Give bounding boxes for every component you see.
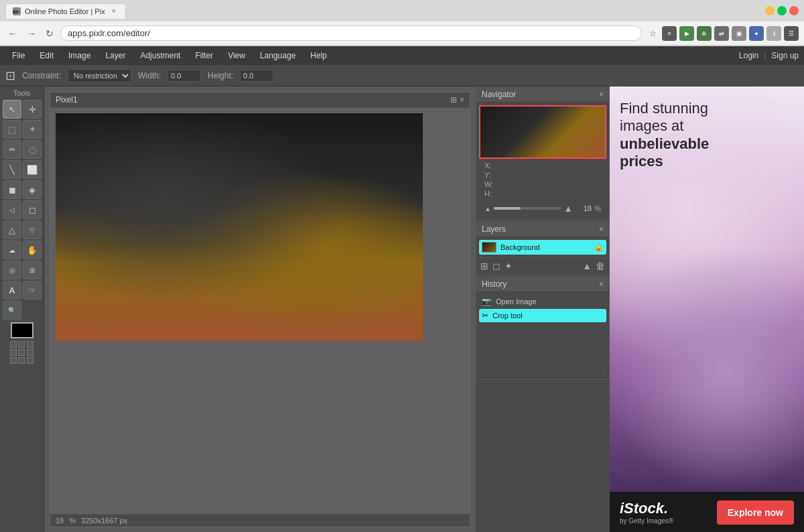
layer-merge-button[interactable]: ⊞ (480, 261, 488, 271)
star-icon[interactable]: ☆ (646, 27, 659, 40)
layer-move-up-button[interactable]: ▲ (582, 261, 592, 271)
explore-button[interactable]: Explore now (717, 501, 794, 525)
canvas-image[interactable] (56, 113, 423, 341)
tool-burn[interactable]: ▽ (23, 220, 42, 239)
history-close-button[interactable]: × (599, 279, 604, 289)
maximize-button[interactable] (777, 6, 787, 15)
menu-help[interactable]: Help (304, 48, 334, 63)
login-button[interactable]: Login (739, 51, 758, 60)
browser-tab[interactable]: ✏ Online Photo Editor | Pix × (5, 3, 126, 19)
grid-dot-5 (18, 349, 25, 356)
tool-clone[interactable]: ◈ (23, 180, 42, 199)
layer-thumbnail (482, 242, 496, 253)
canvas-titlebar: Pixel1 ⊞ × (50, 92, 470, 108)
history-item-crop[interactable]: ✂ Crop tool (479, 309, 606, 322)
menu-view[interactable]: View (221, 48, 252, 63)
canvas-expand-button[interactable]: ⊞ (450, 95, 457, 105)
ext-icon-menu[interactable]: ☰ (784, 26, 799, 41)
signup-button[interactable]: Sign up (771, 51, 799, 60)
menu-image[interactable]: Image (62, 48, 97, 63)
menu-bar: File Edit Image Layer Adjustment Filter … (0, 46, 804, 65)
tool-pencil[interactable]: ✏ (3, 140, 21, 159)
address-bar[interactable]: apps.pixlr.com/editor/ (60, 25, 642, 41)
grid-dot-9 (27, 357, 34, 364)
grid-dot-6 (27, 349, 34, 356)
navigator-close-button[interactable]: × (599, 90, 604, 99)
forward-button[interactable]: → (24, 27, 39, 40)
tool-navigator[interactable]: ✛ (23, 100, 42, 119)
history-content: 📷 Open Image ✂ Crop tool (476, 292, 609, 326)
ext-icon-2[interactable]: ⊕ (697, 26, 712, 41)
zoom-slider[interactable] (494, 207, 561, 210)
tool-move[interactable]: ↖ (3, 100, 21, 119)
tool-grid[interactable]: ⊞ (23, 261, 42, 279)
layers-close-button[interactable]: × (599, 224, 604, 234)
grid-dot-4 (10, 349, 17, 356)
layer-duplicate-button[interactable]: ◻ (492, 261, 500, 271)
tool-paint-bucket[interactable]: ◼ (3, 180, 21, 199)
canvas-close-button[interactable]: × (460, 95, 464, 105)
ext-icon-login[interactable]: ▶ (679, 26, 694, 41)
tools-grid: ↖ ✛ ⬚ ⌖ ✏ ◌ ╲ ⬜ ◼ ◈ ◁ ◻ △ ▽ ☁ ✋ ◎ ⊞ A ☞ … (3, 100, 41, 320)
menu-edit[interactable]: Edit (33, 48, 60, 63)
tool-spot-heal[interactable]: ◌ (23, 140, 42, 159)
h-value (498, 190, 601, 198)
layer-delete-button[interactable]: 🗑 (596, 261, 605, 271)
layers-panel: Layers × Background 🔒 ⊞ ◻ ✦ ▲ 🗑 (476, 221, 610, 275)
menu-language[interactable]: Language (253, 48, 302, 63)
menu-filter[interactable]: Filter (188, 48, 220, 63)
grid-dot-3 (27, 341, 34, 348)
tools-panel: Tools ↖ ✛ ⬚ ⌖ ✏ ◌ ╲ ⬜ ◼ ◈ ◁ ◻ △ ▽ ☁ ✋ ◎ … (0, 86, 44, 532)
navigator-thumbnail[interactable] (479, 105, 606, 159)
w-label: W: (484, 180, 493, 188)
ad-line1: Find stunning (620, 100, 708, 117)
ext-icon-4[interactable]: ▣ (732, 26, 746, 41)
menu-layer[interactable]: Layer (98, 48, 132, 63)
navigator-header: Navigator × (476, 87, 609, 103)
istock-logo: iStock. by Getty Images® (620, 500, 673, 525)
tab-favicon: ✏ (13, 7, 21, 15)
constraint-select[interactable]: No restriction (68, 69, 131, 82)
tool-zoom[interactable]: 🔍 (3, 301, 21, 320)
menu-file[interactable]: File (5, 48, 31, 63)
tab-close-button[interactable]: × (109, 7, 119, 16)
menu-adjustment[interactable]: Adjustment (133, 48, 187, 63)
tool-smudge[interactable]: ☁ (3, 241, 21, 259)
ad-panel: Find stunning images at unbelievable pri… (610, 86, 804, 532)
grid-dot-2 (18, 341, 25, 348)
canvas-content[interactable] (50, 108, 470, 514)
tab-title: Online Photo Editor | Pix (25, 7, 105, 15)
tool-eraser[interactable]: ⬜ (23, 160, 42, 179)
tool-line[interactable]: ╲ (3, 160, 21, 179)
layer-row-background[interactable]: Background 🔒 (479, 240, 606, 255)
width-input[interactable] (168, 70, 201, 82)
tool-text[interactable]: A (3, 281, 21, 300)
ad-headline: Find stunning images at unbelievable pri… (620, 100, 794, 171)
ext-icon-3[interactable]: ⇄ (714, 26, 729, 41)
tool-lasso[interactable]: ⌖ (23, 120, 42, 139)
ext-icon-5[interactable]: ● (749, 26, 764, 41)
history-panel: History × 📷 Open Image ✂ Crop tool ⤡ (476, 276, 610, 380)
back-button[interactable]: ← (5, 27, 20, 40)
height-input[interactable] (240, 70, 273, 82)
tool-hand[interactable]: ✋ (23, 241, 42, 259)
ad-text: Find stunning images at unbelievable pri… (620, 100, 794, 171)
istock-brand: iStock. (620, 500, 673, 517)
tool-blur[interactable]: ◁ (3, 200, 21, 219)
color-swatch[interactable] (11, 322, 34, 338)
navigator-panel: Navigator × X: Y: W: H: ▲ ▲ 18 (476, 86, 610, 220)
ext-icon-1[interactable]: ≡ (662, 26, 677, 41)
reload-button[interactable]: ↻ (43, 27, 56, 40)
tool-dodge[interactable]: △ (3, 220, 21, 239)
minimize-button[interactable] (765, 6, 775, 15)
close-button[interactable] (789, 6, 799, 15)
navigator-content: X: Y: W: H: ▲ ▲ 18 % (476, 103, 609, 219)
layer-add-button[interactable]: ✦ (505, 261, 513, 271)
tool-sharpen[interactable]: ◻ (23, 200, 42, 219)
tool-hand2[interactable]: ☞ (23, 281, 42, 300)
tool-eye[interactable]: ◎ (3, 261, 21, 279)
history-item-open[interactable]: 📷 Open Image (479, 295, 606, 308)
tool-marquee[interactable]: ⬚ (3, 120, 21, 139)
ext-icon-info[interactable]: ℹ (766, 26, 781, 41)
toolbar: ⊡ Constraint: No restriction Width: Heig… (0, 65, 804, 86)
